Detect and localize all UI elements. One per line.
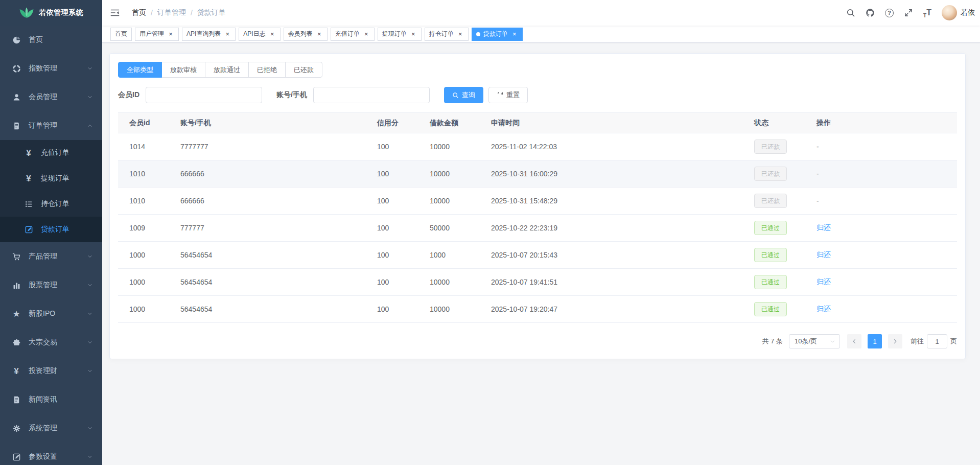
close-icon[interactable]: ×: [316, 31, 323, 38]
tab-withdraw-orders[interactable]: 提现订单 ×: [378, 28, 422, 41]
filter-repaid[interactable]: 已还款: [285, 62, 322, 78]
puzzle-icon: [10, 338, 22, 347]
page-1-button[interactable]: 1: [868, 334, 882, 348]
app-main: 全部类型放款审核放款通过已拒绝已还款 会员ID 账号/手机 查询 重置: [102, 43, 980, 465]
sidebar-item-recharge-orders[interactable]: ¥ 充值订单: [0, 140, 102, 166]
pagination-total: 共 7 条: [762, 337, 783, 346]
filter-all-types[interactable]: 全部类型: [118, 62, 162, 78]
sidebar-item-system-mgmt[interactable]: 系统管理: [0, 414, 102, 443]
chevron-icon: [87, 425, 93, 431]
account-input[interactable]: [313, 87, 430, 103]
fullscreen-icon[interactable]: [899, 0, 918, 26]
goto-page-input[interactable]: [927, 334, 947, 348]
cell-credit-score: 100: [371, 160, 424, 188]
sidebar-item-stock-mgmt[interactable]: 股票管理: [0, 271, 102, 299]
font-size-icon[interactable]: T T: [918, 0, 937, 26]
member-id-input[interactable]: [146, 87, 262, 103]
help-icon[interactable]: ?: [880, 0, 899, 26]
search-icon[interactable]: [841, 0, 860, 26]
menu-item-label: 新闻资讯: [29, 395, 93, 404]
sidebar-item-position-orders[interactable]: 持仓订单: [0, 191, 102, 217]
close-icon[interactable]: ×: [224, 31, 231, 38]
sidebar-item-loan-orders[interactable]: 贷款订单: [0, 217, 102, 242]
refresh-icon: [497, 92, 503, 99]
sidebar-item-withdraw-orders[interactable]: ¥ 提现订单: [0, 166, 102, 191]
filter-loan-review[interactable]: 放款审核: [161, 62, 205, 78]
search-form: 会员ID 账号/手机 查询 重置: [118, 87, 957, 103]
tab-recharge-orders[interactable]: 充值订单 ×: [331, 28, 375, 41]
sidebar-item-block-trade[interactable]: 大宗交易: [0, 328, 102, 357]
cell-loan-amount: 10000: [424, 133, 485, 160]
tab-position-orders[interactable]: 持仓订单 ×: [425, 28, 469, 41]
prev-page-button[interactable]: [847, 334, 861, 348]
tab-api-log[interactable]: API日志 ×: [239, 28, 280, 41]
order-doc-icon: [10, 122, 22, 130]
app-logo[interactable]: 若依管理系统: [0, 0, 102, 26]
tags-view: 首页 × 用户管理 × API查询列表 × API日志 × 会员列表: [102, 26, 980, 43]
table-row: 1000 56454654 100 1000 2025-10-07 20:15:…: [118, 242, 957, 269]
menu-item-label: 充值订单: [41, 148, 93, 157]
gear-icon: [10, 424, 22, 433]
sidebar-item-param-settings[interactable]: 参数设置: [0, 443, 102, 465]
sidebar-toggle-icon[interactable]: [102, 0, 128, 26]
column-header: 信用分: [371, 113, 424, 133]
table-row: 1000 56454654 100 10000 2025-10-07 19:41…: [118, 269, 957, 296]
account-label: 账号/手机: [276, 90, 307, 100]
close-icon[interactable]: ×: [363, 31, 370, 38]
close-icon[interactable]: ×: [410, 31, 417, 38]
breadcrumb-separator: /: [191, 9, 193, 17]
tab-loan-orders[interactable]: 贷款订单 ×: [472, 28, 523, 41]
github-icon[interactable]: [860, 0, 880, 26]
sidebar-item-home[interactable]: 首页: [0, 26, 102, 54]
cell-account: 56454654: [174, 296, 371, 323]
goto-label: 前往: [911, 337, 924, 346]
status-badge: 已还款: [754, 140, 787, 154]
sidebar-item-ipo[interactable]: ★ 新股IPO: [0, 299, 102, 328]
breadcrumb-item[interactable]: 首页: [132, 8, 146, 17]
next-page-button[interactable]: [888, 334, 902, 348]
tab-home[interactable]: 首页 ×: [110, 28, 132, 41]
sidebar-item-investment[interactable]: ¥ 投资理财: [0, 357, 102, 385]
row-action[interactable]: 归还: [816, 277, 831, 286]
status-badge: 已还款: [754, 194, 787, 208]
edit-icon: [10, 453, 22, 461]
user-menu[interactable]: 若依: [937, 0, 980, 26]
chevron-icon: [87, 311, 93, 317]
tab-api-query-list[interactable]: API查询列表 ×: [182, 28, 236, 41]
sidebar-item-index-mgmt[interactable]: 指数管理: [0, 54, 102, 83]
close-icon[interactable]: ×: [269, 31, 276, 38]
cell-account: 777777: [174, 215, 371, 242]
cell-loan-amount: 10000: [424, 296, 485, 323]
sidebar-item-order-mgmt[interactable]: 订单管理: [0, 111, 102, 140]
sidebar-item-member-mgmt[interactable]: 会员管理: [0, 83, 102, 111]
loan-orders-table: 会员id账号/手机信用分借款金额申请时间状态操作 1014 7777777 10…: [118, 112, 957, 323]
top-navbar: 首页 / 订单管理 / 贷款订单 ? T T: [102, 0, 980, 26]
page-size-select[interactable]: 10条/页: [789, 334, 840, 348]
search-button[interactable]: 查询: [444, 87, 483, 103]
cell-apply-time: 2025-10-31 15:48:29: [485, 188, 748, 215]
close-icon[interactable]: ×: [511, 31, 518, 38]
menu-item-label: 投资理财: [29, 366, 87, 376]
tab-user-mgmt[interactable]: 用户管理 ×: [135, 28, 179, 41]
sidebar-item-news[interactable]: 新闻资讯: [0, 385, 102, 414]
news-doc-icon: [10, 396, 22, 404]
close-icon[interactable]: ×: [457, 31, 464, 38]
menu-item-label: 新股IPO: [29, 309, 87, 318]
breadcrumb-item[interactable]: 订单管理: [157, 8, 186, 17]
close-icon[interactable]: ×: [167, 31, 174, 38]
chart-bar-icon: [10, 281, 22, 290]
filter-rejected[interactable]: 已拒绝: [248, 62, 286, 78]
filter-loan-approved[interactable]: 放款通过: [205, 62, 249, 78]
cell-member-id: 1010: [118, 160, 174, 188]
menu-item-label: 贷款订单: [41, 225, 93, 234]
cell-member-id: 1014: [118, 133, 174, 160]
row-action[interactable]: 归还: [816, 223, 831, 231]
row-action[interactable]: 归还: [816, 250, 831, 259]
sidebar-item-product-mgmt[interactable]: 产品管理: [0, 242, 102, 271]
tab-member-list[interactable]: 会员列表 ×: [284, 28, 328, 41]
cell-member-id: 1000: [118, 296, 174, 323]
reset-button[interactable]: 重置: [488, 87, 528, 103]
menu-item-label: 股票管理: [29, 281, 87, 290]
cell-apply-time: 2025-11-02 14:22:03: [485, 133, 748, 160]
row-action[interactable]: 归还: [816, 305, 831, 313]
